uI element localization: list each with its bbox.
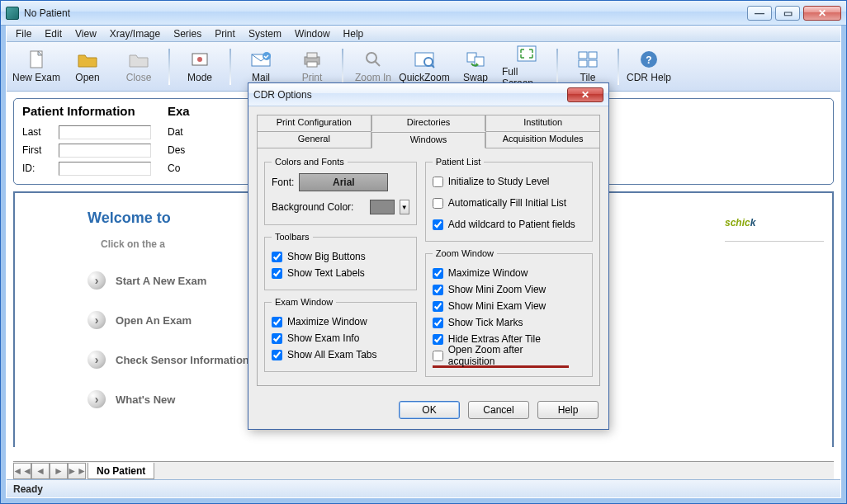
help-icon: ?	[637, 49, 660, 69]
svg-rect-8	[307, 62, 317, 67]
label-bgcolor: Background Color:	[272, 201, 365, 213]
label-id: ID:	[22, 163, 54, 174]
tool-open[interactable]: Open	[63, 45, 112, 89]
svg-point-3	[197, 57, 202, 62]
input-last[interactable]	[59, 125, 151, 139]
check-text-labels[interactable]: Show Text Labels	[272, 265, 409, 281]
maximize-button[interactable]: ▭	[775, 6, 800, 21]
ok-button[interactable]: OK	[399, 401, 460, 419]
label-date: Dat	[168, 126, 199, 138]
qzoom-icon	[413, 49, 436, 69]
tab-no-patient[interactable]: No Patient	[88, 463, 154, 479]
group-toolbars: Toolbars Show Big Buttons Show Text Labe…	[264, 232, 417, 290]
tab-directories[interactable]: Directories	[371, 115, 486, 131]
tab-institution[interactable]: Institution	[485, 115, 600, 131]
check-exam-tabs[interactable]: Show All Exam Tabs	[272, 346, 409, 363]
status-bar: Ready	[7, 479, 840, 497]
tab-nav-first[interactable]: ◄◄	[13, 463, 31, 479]
menu-help[interactable]: Help	[338, 26, 370, 41]
zoom-icon	[362, 49, 385, 69]
svg-rect-7	[307, 53, 317, 58]
cancel-button[interactable]: Cancel	[468, 401, 529, 419]
menu-file[interactable]: File	[10, 26, 37, 41]
label-cond: Co	[168, 163, 199, 174]
group-patient-list: Patient List Initialize to Study Level A…	[425, 157, 593, 242]
check-wildcard[interactable]: Add wildcard to Patient fields	[433, 216, 585, 233]
tab-printconfiguration[interactable]: Print Configuration	[257, 115, 371, 131]
menu-view[interactable]: View	[69, 26, 102, 41]
app-icon	[6, 7, 19, 20]
minimize-button[interactable]: —	[747, 6, 772, 21]
label-font: Font:	[272, 177, 294, 188]
dialog-close-button[interactable]: ✕	[567, 87, 603, 102]
svg-rect-17	[518, 46, 536, 61]
tab-nav-prev[interactable]: ◄	[31, 463, 50, 479]
check-open-zoom-after[interactable]: Open Zoom after acquisition	[433, 347, 569, 364]
check-exam-info[interactable]: Show Exam Info	[272, 330, 409, 346]
svg-rect-20	[579, 60, 587, 67]
toolbar-separator	[229, 49, 231, 85]
dialog-title-bar[interactable]: CDR Options ✕	[248, 83, 608, 106]
check-exam-max[interactable]: Maximize Window	[272, 313, 409, 330]
check-zoom-max[interactable]: Maximize Window	[433, 265, 585, 281]
full-icon	[515, 45, 538, 64]
check-mini-zoom[interactable]: Show Mini Zoom View	[433, 281, 585, 298]
svg-rect-18	[579, 52, 587, 59]
font-button[interactable]: Arial	[299, 173, 388, 191]
tab-windows[interactable]: Windows	[371, 132, 486, 148]
chevron-right-icon: ›	[88, 271, 106, 290]
check-big-buttons[interactable]: Show Big Buttons	[272, 248, 409, 265]
bgcolor-dropdown[interactable]: ▼	[400, 200, 409, 214]
menu-edit[interactable]: Edit	[39, 26, 68, 41]
exam-info-title: Exa	[168, 104, 199, 118]
bgcolor-swatch[interactable]	[370, 200, 395, 214]
tab-acquisitionmodules[interactable]: Acquisition Modules	[485, 131, 600, 148]
input-id[interactable]	[59, 162, 151, 176]
status-text: Ready	[13, 483, 43, 495]
toolbar-separator	[618, 49, 619, 85]
tile-icon	[576, 49, 599, 69]
svg-rect-19	[589, 52, 597, 59]
document-tabs: ◄◄ ◄ ► ►► No Patient	[13, 461, 834, 479]
menu-series[interactable]: Series	[168, 26, 207, 41]
tab-nav-next[interactable]: ►	[50, 463, 68, 479]
svg-rect-21	[589, 60, 597, 67]
group-exam-window: Exam Window Maximize Window Show Exam In…	[264, 297, 417, 372]
check-mini-exam[interactable]: Show Mini Exam View	[433, 298, 585, 314]
menu-print[interactable]: Print	[209, 26, 241, 41]
doc-icon	[25, 49, 48, 69]
mode-icon	[188, 49, 211, 69]
input-first[interactable]	[59, 144, 151, 158]
chevron-right-icon: ›	[88, 351, 106, 369]
mail-icon	[249, 49, 272, 69]
menu-xrayimage[interactable]: Xray/Image	[104, 26, 166, 41]
check-init-study[interactable]: Initialize to Study Level	[433, 173, 585, 190]
tab-general[interactable]: General	[257, 131, 371, 148]
group-colors-fonts: Colors and Fonts Font: Arial Background …	[264, 157, 417, 225]
title-bar[interactable]: No Patient — ▭ ✕	[1, 1, 846, 26]
svg-line-10	[375, 61, 380, 66]
help-button[interactable]: Help	[537, 401, 599, 419]
chevron-right-icon: ›	[88, 390, 106, 408]
tab-nav-last[interactable]: ►►	[68, 463, 86, 479]
check-tick-marks[interactable]: Show Tick Marks	[433, 314, 585, 331]
tab-panel-windows: Colors and Fonts Font: Arial Background …	[257, 148, 600, 386]
tool-cdrhelp[interactable]: ?CDR Help	[624, 45, 674, 89]
label-desc: Des	[168, 144, 199, 156]
cdr-options-dialog: CDR Options ✕ Print ConfigurationDirecto…	[248, 82, 609, 430]
svg-text:?: ?	[646, 54, 651, 66]
chevron-right-icon: ›	[88, 311, 106, 329]
check-auto-fill[interactable]: Automatically Fill Initial List	[433, 195, 585, 211]
tool-newexam[interactable]: New Exam	[12, 45, 61, 89]
close-button[interactable]: ✕	[803, 6, 841, 21]
folderx-icon	[127, 49, 150, 69]
group-zoom-window: Zoom Window Maximize Window Show Mini Zo…	[425, 248, 593, 377]
schick-logo: schick	[725, 205, 824, 242]
label-last: Last	[22, 126, 54, 138]
menu-bar: FileEditViewXray/ImageSeriesPrintSystemW…	[7, 26, 840, 42]
toolbar-separator	[342, 49, 343, 85]
menu-system[interactable]: System	[243, 26, 287, 41]
menu-window[interactable]: Window	[289, 26, 336, 41]
toolbar-separator	[168, 49, 170, 85]
tool-mode[interactable]: Mode	[175, 45, 225, 89]
